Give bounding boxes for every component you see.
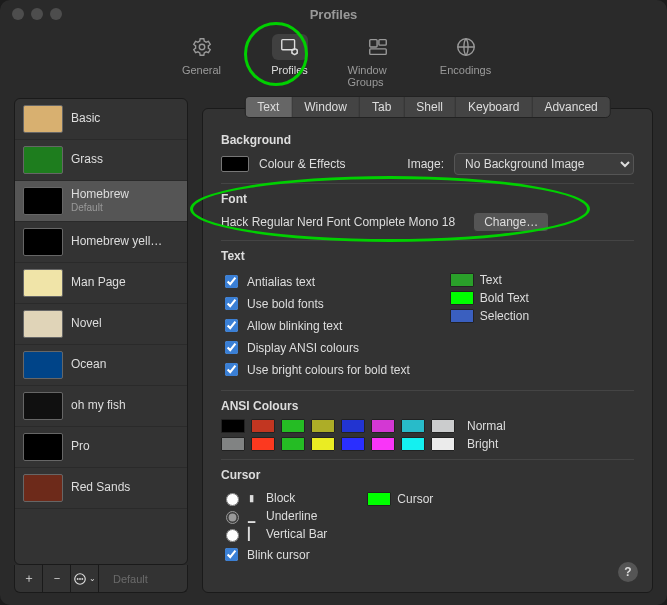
- background-colour-well[interactable]: [221, 156, 249, 172]
- tab-keyboard[interactable]: Keyboard: [456, 97, 532, 117]
- tab-tab[interactable]: Tab: [360, 97, 404, 117]
- tab-advanced[interactable]: Advanced: [532, 97, 609, 117]
- ansi-colour-well[interactable]: [341, 437, 365, 451]
- text-option-checkbox[interactable]: Display ANSI colours: [221, 338, 410, 357]
- ansi-colour-well[interactable]: [281, 419, 305, 433]
- set-default-button[interactable]: Default: [105, 570, 156, 588]
- window-groups-icon: [367, 36, 389, 58]
- profile-name: Grass: [71, 153, 103, 167]
- profile-thumbnail: [23, 310, 63, 338]
- cursor-sample-label: Cursor: [397, 492, 433, 506]
- profile-row[interactable]: Basic: [15, 99, 187, 140]
- svg-point-0: [199, 44, 205, 50]
- toolbar-label: General: [182, 64, 221, 76]
- text-colour-well[interactable]: [450, 291, 474, 305]
- profile-name: Ocean: [71, 358, 106, 372]
- ansi-colour-well[interactable]: [221, 437, 245, 451]
- remove-button[interactable]: －: [43, 565, 71, 593]
- ansi-colour-well[interactable]: [371, 419, 395, 433]
- ansi-row-label: Bright: [467, 437, 498, 451]
- profile-row[interactable]: Homebrew yell…: [15, 222, 187, 263]
- text-colour-well[interactable]: [450, 273, 474, 287]
- text-option-checkbox[interactable]: Use bold fonts: [221, 294, 410, 313]
- ansi-colour-well[interactable]: [431, 419, 455, 433]
- text-sample-label: Bold Text: [480, 291, 529, 305]
- ansi-colour-well[interactable]: [341, 419, 365, 433]
- cursor-style-radio[interactable]: ▁Underline: [221, 508, 327, 524]
- ansi-row-label: Normal: [467, 419, 506, 433]
- tab-window[interactable]: Window: [292, 97, 360, 117]
- profile-thumbnail: [23, 433, 63, 461]
- cursor-style-radio[interactable]: ▎Vertical Bar: [221, 526, 327, 542]
- cursor-colour-well[interactable]: [367, 492, 391, 506]
- svg-point-8: [77, 578, 78, 579]
- text-option-checkbox[interactable]: Antialias text: [221, 272, 410, 291]
- text-tab-content: Background Colour & Effects Image: No Ba…: [202, 108, 653, 593]
- ansi-colour-well[interactable]: [311, 419, 335, 433]
- ansi-colour-well[interactable]: [251, 419, 275, 433]
- svg-rect-1: [281, 40, 294, 50]
- change-font-button[interactable]: Change…: [473, 212, 549, 232]
- ansi-colour-well[interactable]: [401, 419, 425, 433]
- preferences-window: Profiles General Profiles Window Groups …: [0, 0, 667, 605]
- tab-shell[interactable]: Shell: [404, 97, 456, 117]
- background-header: Background: [221, 133, 634, 147]
- profile-sidebar: BasicGrassHomebrewDefaultHomebrew yell…M…: [14, 98, 188, 593]
- toolbar-item-profiles[interactable]: Profiles: [260, 34, 320, 88]
- profile-row[interactable]: HomebrewDefault: [15, 181, 187, 222]
- profile-gear-icon: [279, 36, 301, 58]
- profile-thumbnail: [23, 105, 63, 133]
- blink-cursor-checkbox[interactable]: Blink cursor: [221, 545, 327, 564]
- toolbar-item-encodings[interactable]: Encodings: [436, 34, 496, 88]
- profile-thumbnail: [23, 187, 63, 215]
- ansi-colour-well[interactable]: [251, 437, 275, 451]
- ansi-colour-well[interactable]: [431, 437, 455, 451]
- profile-thumbnail: [23, 392, 63, 420]
- text-option-checkbox[interactable]: Allow blinking text: [221, 316, 410, 335]
- ansi-colour-well[interactable]: [311, 437, 335, 451]
- profile-row[interactable]: Ocean: [15, 345, 187, 386]
- profile-subtitle: Default: [71, 202, 129, 214]
- toolbar-item-window-groups[interactable]: Window Groups: [348, 34, 408, 88]
- profile-thumbnail: [23, 269, 63, 297]
- text-colour-well[interactable]: [450, 309, 474, 323]
- main-panel: TextWindowTabShellKeyboardAdvanced Backg…: [202, 98, 653, 593]
- ansi-colour-well[interactable]: [401, 437, 425, 451]
- toolbar: General Profiles Window Groups Encodings: [0, 28, 667, 98]
- profile-thumbnail: [23, 351, 63, 379]
- ellipsis-circle-icon: [73, 572, 87, 586]
- ansi-colour-well[interactable]: [281, 437, 305, 451]
- background-image-select[interactable]: No Background Image: [454, 153, 634, 175]
- settings-tabs: TextWindowTabShellKeyboardAdvanced: [244, 96, 611, 118]
- add-button[interactable]: ＋: [15, 565, 43, 593]
- help-button[interactable]: ?: [618, 562, 638, 582]
- profile-row[interactable]: Man Page: [15, 263, 187, 304]
- text-option-checkbox[interactable]: Use bright colours for bold text: [221, 360, 410, 379]
- ansi-colour-well[interactable]: [221, 419, 245, 433]
- window-title: Profiles: [0, 7, 667, 22]
- svg-point-9: [80, 578, 81, 579]
- profile-thumbnail: [23, 228, 63, 256]
- profile-row[interactable]: Pro: [15, 427, 187, 468]
- tab-text[interactable]: Text: [245, 97, 292, 117]
- profile-row[interactable]: Grass: [15, 140, 187, 181]
- toolbar-label: Profiles: [271, 64, 308, 76]
- text-header: Text: [221, 249, 634, 263]
- cursor-header: Cursor: [221, 468, 634, 482]
- profile-name: Basic: [71, 112, 100, 126]
- profile-row[interactable]: oh my fish: [15, 386, 187, 427]
- gear-icon: [191, 36, 213, 58]
- cursor-style-radio[interactable]: ▮Block: [221, 490, 327, 506]
- ansi-header: ANSI Colours: [221, 399, 634, 413]
- font-header: Font: [221, 192, 634, 206]
- ansi-colour-well[interactable]: [371, 437, 395, 451]
- globe-icon: [455, 36, 477, 58]
- profile-list[interactable]: BasicGrassHomebrewDefaultHomebrew yell…M…: [14, 98, 188, 565]
- toolbar-label: Encodings: [440, 64, 491, 76]
- profile-row[interactable]: Novel: [15, 304, 187, 345]
- action-menu-button[interactable]: ⌄: [71, 565, 99, 593]
- sidebar-buttons: ＋ － ⌄ Default: [14, 565, 188, 593]
- profile-row[interactable]: Red Sands: [15, 468, 187, 509]
- font-value: Hack Regular Nerd Font Complete Mono 18: [221, 215, 455, 229]
- toolbar-item-general[interactable]: General: [172, 34, 232, 88]
